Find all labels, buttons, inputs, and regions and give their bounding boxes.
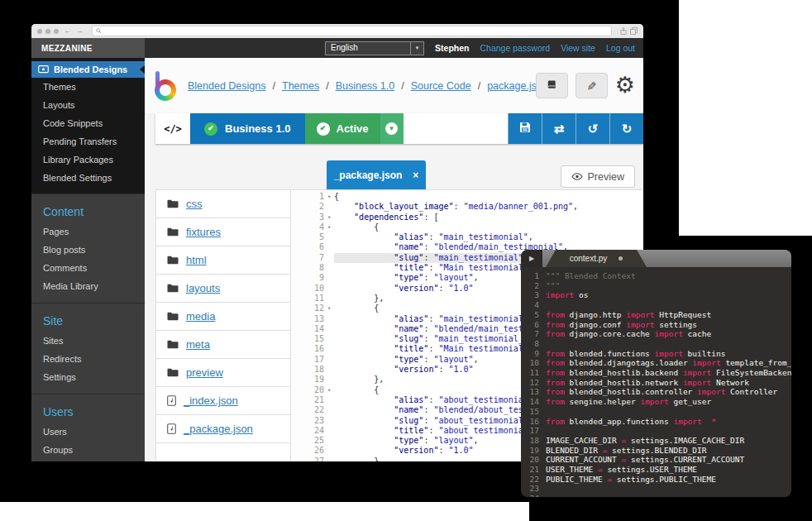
tree-link-preview[interactable]: preview [186, 366, 223, 379]
transfer-button[interactable]: ⇄ [542, 113, 576, 144]
tree-row-empty [155, 443, 291, 461]
fold-marker: ▾ [324, 304, 334, 313]
close-icon[interactable]: × [413, 170, 418, 180]
traffic-light-dot[interactable] [54, 29, 59, 34]
code-line: 2""" [521, 281, 791, 291]
gutter-line-number: 18 [521, 436, 546, 446]
change-password-link[interactable]: Change password [480, 43, 550, 53]
tree-row-preview: preview [155, 359, 291, 387]
gutter-line-number: 11 [521, 368, 546, 378]
sidebar-item-blended-settings[interactable]: Blended Settings [31, 169, 145, 187]
library-button[interactable] [536, 73, 568, 98]
gutter-line-number: 16 [521, 417, 546, 427]
tree-link-media[interactable]: media [186, 310, 215, 323]
sidebar-item-layouts[interactable]: Layouts [31, 96, 145, 114]
language-select[interactable]: English ▼ [325, 41, 424, 55]
tree-link-css[interactable]: css [186, 198, 203, 210]
sidebar-item-media-library[interactable]: Media Library [31, 277, 145, 295]
redo-button[interactable]: ↻ [609, 113, 643, 144]
sidebar-item-sites[interactable]: Sites [31, 332, 145, 350]
status-button[interactable]: ✔ Active [305, 113, 380, 144]
tree-link-layouts[interactable]: layouts [186, 282, 220, 294]
gutter-line-number: 21 [521, 465, 546, 475]
sidebar-item-groups[interactable]: Groups [31, 441, 145, 459]
code-line: 3▾ "dependencies": [ [291, 213, 643, 222]
sidebar-item-blended-designs[interactable]: Blended Designs [31, 61, 145, 78]
tree-link-index-json[interactable]: _index.json [184, 394, 238, 407]
version-button[interactable]: ✔ Business 1.0 [190, 113, 305, 144]
code-line: 5from django.http import HttpRequest [521, 310, 791, 320]
play-icon: ▶ [521, 250, 542, 267]
breadcrumb-link-business-1-0[interactable]: Business 1.0 [336, 80, 395, 92]
fold-marker [324, 416, 334, 426]
view-site-link[interactable]: View site [561, 43, 595, 53]
sidebar-item-blog-posts[interactable]: Blog posts [31, 241, 145, 259]
traffic-light-dot[interactable] [45, 29, 50, 34]
tree-link-html[interactable]: html [186, 254, 207, 266]
tree-row-index-json: _index.json [155, 387, 291, 415]
file-tree: cssfixtureshtmllayoutsmediametapreview_i… [155, 189, 291, 461]
eye-icon [571, 171, 583, 183]
theme-toolbar: </> ✔ Business 1.0 ✔ Active ▼ [155, 113, 643, 144]
code-line-content: USER_THEME = settings.USER_THEME [546, 465, 697, 475]
tab-package-json[interactable]: _package.json × [327, 160, 426, 189]
admin-header-right: English ▼ Stephen Change password View s… [145, 38, 643, 58]
python-code[interactable]: 1""" Blended Context2"""3import os45from… [521, 267, 791, 497]
search-icon [96, 28, 102, 34]
forward-button[interactable]: → [76, 27, 84, 35]
fold-marker [324, 395, 334, 405]
share-icon[interactable] [620, 27, 627, 35]
tree-link-meta[interactable]: meta [186, 338, 210, 351]
sidebar-item-settings[interactable]: Settings [31, 368, 145, 386]
undo-button[interactable]: ↺ [576, 113, 609, 144]
sidebar-item-themes[interactable]: Themes [31, 78, 145, 96]
redo-icon: ↻ [622, 122, 633, 136]
toolbar-spacer [404, 113, 508, 144]
tabs-icon[interactable] [630, 27, 638, 35]
log-out-link[interactable]: Log out [606, 43, 635, 53]
user-name: Stephen [435, 43, 469, 53]
sidebar-item-redirects[interactable]: Redirects [31, 350, 145, 368]
edit-button[interactable]: ✎ [576, 73, 608, 98]
code-line: 13from blended_hostlib.controller import… [521, 387, 791, 397]
breadcrumb-link-blended-designs[interactable]: Blended Designs [188, 80, 266, 92]
breadcrumb-link-source-code[interactable]: Source Code [411, 80, 471, 92]
fold-marker [324, 284, 334, 294]
fold-marker: ▾ [324, 192, 334, 202]
modified-dot-icon [619, 256, 623, 260]
fold-marker [324, 202, 334, 212]
sidebar-item-code-snippets[interactable]: Code Snippets [31, 114, 145, 132]
tree-link-fixtures[interactable]: fixtures [186, 226, 221, 238]
tree-row-fixtures: fixtures [155, 218, 291, 246]
gutter-line-number: 4 [291, 222, 324, 232]
save-button[interactable] [508, 113, 542, 144]
preview-button[interactable]: Preview [561, 165, 635, 188]
gutter-line-number: 5 [521, 310, 546, 320]
traffic-light-dot[interactable] [37, 29, 42, 34]
sidebar-item-pages[interactable]: Pages [31, 222, 145, 241]
breadcrumb: Blended Designs/Themes/Business 1.0/Sour… [188, 80, 528, 92]
code-line-content: from blended_hostlib.backend import File… [546, 368, 791, 378]
gutter-line-number: 14 [291, 324, 324, 334]
code-line-content: from sengine.helper import get_user [546, 397, 711, 407]
sidebar-group: SiteSitesRedirectsSettings [31, 304, 145, 394]
sidebar-item-comments[interactable]: Comments [31, 259, 145, 277]
version-label: Business 1.0 [225, 122, 291, 135]
gutter-line-number: 7 [521, 329, 546, 339]
tab-context-py[interactable]: context.py [546, 250, 647, 267]
code-view-button[interactable]: </> [155, 113, 190, 144]
address-bar[interactable] [92, 26, 612, 36]
sidebar-item-library-packages[interactable]: Library Packages [31, 151, 145, 169]
tree-link-package-json[interactable]: _package.json [184, 423, 253, 435]
folder-icon [167, 227, 179, 237]
status-dropdown-button[interactable]: ▼ [380, 113, 404, 144]
sidebar-item-users[interactable]: Users [31, 423, 145, 441]
code-line: 15 [521, 407, 791, 417]
sidebar-item-pending-transfers[interactable]: Pending Transfers [31, 132, 145, 151]
back-button[interactable]: ← [64, 27, 71, 35]
settings-gear-button[interactable]: ⚙ [615, 74, 635, 97]
fold-marker: ▾ [324, 213, 334, 222]
sidebar-section-header-site: Site [31, 307, 145, 332]
code-line-content: """ Blended Context [546, 271, 636, 281]
breadcrumb-link-themes[interactable]: Themes [282, 80, 319, 92]
